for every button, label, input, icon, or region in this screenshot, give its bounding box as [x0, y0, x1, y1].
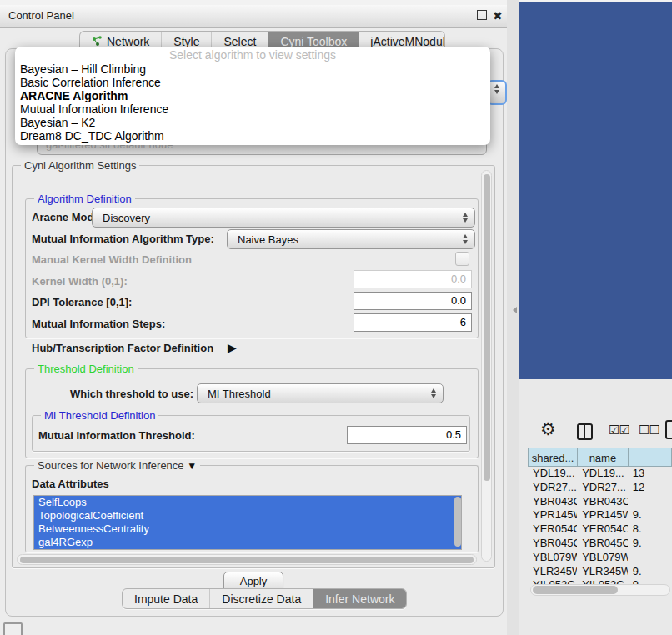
mi-algorithm-type-value: Naive Bayes [228, 233, 459, 246]
table-row[interactable]: YPR145WYPR145W9. [528, 508, 672, 522]
tab-infer-network-label: Infer Network [325, 592, 394, 606]
kernel-width-label: Kernel Width (0,1): [32, 275, 128, 288]
attribute-list-item[interactable]: SelfLoops [34, 496, 461, 509]
combo-stepper-icon [459, 212, 471, 222]
column-header[interactable]: name [577, 448, 628, 467]
algorithm-dropdown-popup: Select algorithm to view settings Bayesi… [15, 47, 490, 145]
table-cell: YDL19... [528, 467, 577, 481]
table-row[interactable]: YDR27...YDR27...12 [528, 481, 672, 495]
hide-columns-icon[interactable]: ☐☐ [639, 422, 659, 438]
panel-splitter[interactable] [507, 0, 519, 635]
algorithm-option[interactable]: Mutual Information Inference [15, 102, 490, 116]
cyni-algorithm-settings-title: Cyni Algorithm Settings [21, 159, 139, 172]
settings-vertical-scrollbar-thumb[interactable] [484, 174, 490, 481]
data-attributes-list[interactable]: SelfLoopsTopologicalCoefficientBetweenne… [33, 495, 462, 550]
table-row[interactable]: YER054CYER054C8. [528, 522, 672, 537]
kernel-width-field[interactable]: 0.0 [354, 270, 472, 288]
table-cell: YBR043C [528, 495, 577, 509]
float-window-icon[interactable] [477, 10, 487, 20]
hub-definition-label: Hub/Transcription Factor Definition [32, 342, 213, 354]
attribute-list-item[interactable]: BetweennessCentrality [34, 522, 461, 536]
sources-title: Sources for Network Inference ▼ [34, 459, 200, 472]
algorithm-option[interactable]: Bayesian – Hill Climbing [15, 62, 490, 76]
algorithm-dropdown-prompt: Select algorithm to view settings [15, 48, 490, 62]
mi-threshold-definition-title: MI Threshold Definition [41, 409, 158, 422]
bottom-tabbar: Impute Data Discretize Data Infer Networ… [122, 588, 407, 609]
table-horizontal-scrollbar-thumb[interactable] [533, 586, 618, 594]
column-header[interactable] [628, 448, 672, 467]
mi-algorithm-type-label: Mutual Information Algorithm Type: [32, 232, 214, 245]
table-cell: 12 [628, 481, 672, 495]
tab-impute-data[interactable]: Impute Data [123, 589, 210, 608]
table-cell: YLR345W [577, 565, 628, 579]
settings-vertical-scrollbar[interactable] [481, 170, 492, 562]
mi-steps-label: Mutual Information Steps: [32, 318, 165, 330]
table-cell: YBR043C [577, 495, 628, 509]
attribute-list-item[interactable]: TopologicalCoefficient [34, 509, 461, 522]
aracne-mode-value: Discovery [93, 212, 459, 224]
columns-icon[interactable] [577, 423, 593, 440]
which-threshold-value: MI Threshold [198, 388, 428, 400]
manual-kernel-width-label: Manual Kernel Width Definition [32, 253, 192, 266]
table-row[interactable]: YBR043CYBR043C [528, 495, 672, 509]
mi-threshold-field[interactable]: 0.5 [347, 426, 467, 444]
table-row[interactable]: YLR345WYLR345W9. [528, 565, 672, 579]
algorithm-dropdown-list: Bayesian – Hill ClimbingBasic Correlatio… [15, 62, 490, 142]
control-panel: Control Panel ✖ Network Style [0, 5, 507, 635]
show-columns-icon[interactable]: ☑☑ [609, 422, 629, 438]
tab-infer-network[interactable]: Infer Network [313, 589, 406, 608]
table-cell: YER054C [577, 522, 628, 537]
close-icon[interactable]: ✖ [493, 9, 503, 22]
dpi-tolerance-label: DPI Tolerance [0,1]: [32, 296, 132, 308]
table-cell: YBR045C [528, 537, 577, 551]
table-cell: YDR27... [577, 481, 628, 495]
table-cell: 9. [628, 537, 672, 551]
column-header[interactable]: shared... [528, 448, 577, 467]
manual-kernel-width-checkbox[interactable] [455, 252, 469, 266]
application-root: Control Panel ✖ Network Style [0, 0, 672, 635]
control-panel-title: Control Panel [8, 9, 74, 22]
which-threshold-combo[interactable]: MI Threshold [197, 383, 444, 403]
algorithm-option[interactable]: ARACNE Algorithm [15, 89, 490, 102]
splitter-collapse-icon[interactable] [513, 307, 517, 313]
settings-horizontal-scrollbar-thumb[interactable] [20, 557, 474, 563]
table-row[interactable]: YBR045CYBR045C9. [528, 537, 672, 551]
algorithm-option[interactable]: Basic Correlation Inference [15, 76, 490, 89]
network-icon [92, 36, 103, 47]
table-cell: YER054C [528, 522, 577, 537]
node-table: shared...name YDL19...YDL19...13YDR27...… [528, 448, 672, 598]
tab-discretize-data[interactable]: Discretize Data [210, 589, 313, 608]
table-cell: YBL079W [528, 551, 577, 565]
gear-icon[interactable]: ⚙ [540, 419, 556, 439]
tab-discretize-data-label: Discretize Data [222, 592, 301, 606]
mi-threshold-label: Mutual Information Threshold: [38, 429, 195, 442]
network-view-background: GALGAL80GAL10GAL1GAL11SWI4GAL4GCY1HAP4YH… [519, 2, 672, 379]
table-body: YDL19...YDL19...13YDR27...YDR27...12YBR0… [528, 467, 672, 592]
control-panel-titlebar: Control Panel ✖ [0, 5, 507, 28]
attribute-list-item[interactable]: gal4RGexp [34, 536, 461, 549]
aracne-mode-combo[interactable]: Discovery [92, 208, 475, 228]
algorithm-option[interactable]: Dream8 DC_TDC Algorithm [15, 129, 490, 142]
collapsed-panel-icon[interactable] [3, 622, 23, 635]
combo-stepper-icon [459, 234, 471, 244]
sources-title-text: Sources for Network Inference [38, 459, 184, 472]
table-cell: YPR145W [577, 508, 628, 522]
data-attributes-label: Data Attributes [32, 478, 109, 490]
table-row[interactable]: YDL19...YDL19...13 [528, 467, 672, 481]
table-header-row: shared...name [528, 448, 672, 467]
table-cell: 9. [628, 508, 672, 522]
table-cell: 13 [628, 467, 672, 481]
mi-steps-field[interactable]: 6 [354, 313, 472, 332]
table-row[interactable]: YBL079WYBL079W [528, 551, 672, 565]
algorithm-option[interactable]: Bayesian – K2 [15, 116, 490, 129]
settings-horizontal-scrollbar[interactable] [17, 554, 477, 565]
dpi-tolerance-field[interactable]: 0.0 [354, 292, 472, 310]
attributes-list-scrollbar[interactable] [454, 497, 461, 547]
table-cell: YBR045C [577, 537, 628, 551]
export-table-icon[interactable] [665, 420, 672, 439]
table-cell [628, 495, 672, 509]
tab-impute-data-label: Impute Data [134, 592, 198, 606]
expand-down-icon[interactable]: ▼ [187, 460, 197, 472]
mi-algorithm-type-combo[interactable]: Naive Bayes [227, 229, 475, 249]
expand-right-icon[interactable]: ▶ [228, 341, 237, 354]
